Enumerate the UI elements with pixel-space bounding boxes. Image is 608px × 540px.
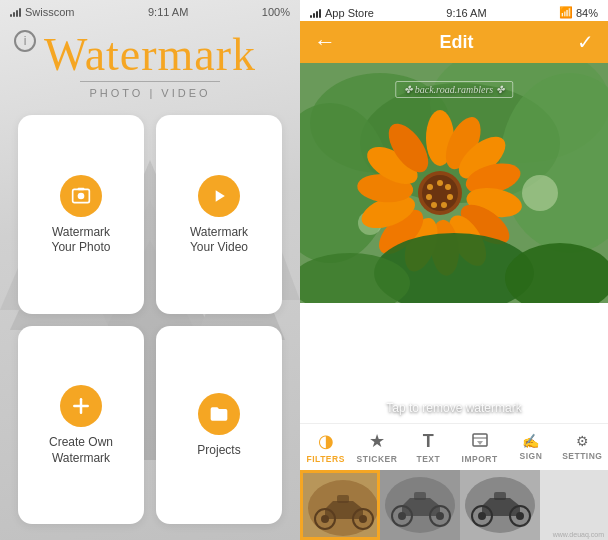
text-tab[interactable]: T TEXT xyxy=(403,424,454,470)
svg-point-24 xyxy=(522,175,558,211)
setting-tab[interactable]: ⚙ SETTING xyxy=(557,424,608,470)
photo-icon xyxy=(60,175,102,217)
confirm-button[interactable]: ✓ xyxy=(577,30,594,54)
watermark-overlay[interactable]: ✤ back.road.ramblers ✤ xyxy=(395,81,513,98)
filters-tab[interactable]: ◑ FILTERS xyxy=(300,424,351,470)
projects-button[interactable]: Projects xyxy=(156,326,282,525)
sign-tab[interactable]: ✍ SIGN xyxy=(505,424,556,470)
left-status-bar: Swisscom 9:11 AM 100% xyxy=(0,0,300,20)
right-status-right: 📶 84% xyxy=(559,6,598,19)
svg-marker-54 xyxy=(477,441,483,445)
filters-label: FILTERS xyxy=(307,454,345,464)
film-item-3[interactable] xyxy=(460,470,540,540)
right-panel: App Store 9:16 AM 📶 84% ← Edit ✓ xyxy=(300,0,608,540)
sign-icon: ✍ xyxy=(522,433,539,449)
text-label: TEXT xyxy=(416,454,440,464)
watermark-deco: ✤ xyxy=(496,84,504,95)
logo-divider xyxy=(80,81,220,82)
right-time: 9:16 AM xyxy=(446,7,486,19)
filmstrip: www.deuaq.com xyxy=(300,470,608,540)
svg-point-46 xyxy=(431,202,437,208)
appstore-label: App Store xyxy=(325,7,374,19)
logo-subtitle: PHOTO | VIDEO xyxy=(89,87,210,99)
projects-label: Projects xyxy=(197,443,240,459)
svg-point-44 xyxy=(447,194,453,200)
film-item-1[interactable] xyxy=(300,470,380,540)
create-watermark-button[interactable]: Create OwnWatermark xyxy=(18,326,144,525)
import-label: IMPORT xyxy=(462,454,498,464)
import-icon xyxy=(472,431,488,452)
sticker-label: STICKER xyxy=(357,454,398,464)
svg-point-13 xyxy=(78,192,85,199)
edit-toolbar: ◑ FILTERS ★ STICKER T TEXT IMPORT ✍ SIGN… xyxy=(300,423,608,470)
right-signal-icon xyxy=(310,8,321,18)
right-status-bar: App Store 9:16 AM 📶 84% xyxy=(300,0,608,21)
svg-rect-62 xyxy=(337,495,349,503)
edit-title: Edit xyxy=(440,32,474,53)
info-button[interactable]: i xyxy=(14,30,36,52)
tap-hint: Tap to remove watermark xyxy=(300,401,608,415)
right-battery: 84% xyxy=(576,7,598,19)
svg-rect-14 xyxy=(78,187,85,190)
watermark-photo-button[interactable]: WatermarkYour Photo xyxy=(18,115,144,314)
flower-photo xyxy=(300,63,608,303)
filters-icon: ◑ xyxy=(318,430,334,452)
svg-rect-70 xyxy=(414,492,426,500)
svg-point-45 xyxy=(441,202,447,208)
film-item-2[interactable] xyxy=(380,470,460,540)
svg-rect-78 xyxy=(494,492,506,500)
sticker-icon: ★ xyxy=(369,430,385,452)
sticker-tab[interactable]: ★ STICKER xyxy=(351,424,402,470)
watermark-video-label: WatermarkYour Video xyxy=(190,225,248,256)
carrier-label: Swisscom xyxy=(25,6,75,18)
video-icon xyxy=(198,175,240,217)
watermark-video-button[interactable]: WatermarkYour Video xyxy=(156,115,282,314)
main-grid: WatermarkYour Photo WatermarkYour Video … xyxy=(0,99,300,540)
import-tab[interactable]: IMPORT xyxy=(454,424,505,470)
left-time: 9:11 AM xyxy=(148,6,188,18)
setting-icon: ⚙ xyxy=(576,433,589,449)
watermark-text-content: ✤ xyxy=(404,84,412,95)
logo-area: Watermark PHOTO | VIDEO xyxy=(44,32,256,99)
setting-label: SETTING xyxy=(562,451,602,461)
right-status-left: App Store xyxy=(310,7,374,19)
svg-point-42 xyxy=(437,180,443,186)
folder-icon xyxy=(198,393,240,435)
watermark-url: back.road.ramblers xyxy=(415,84,494,95)
back-button[interactable]: ← xyxy=(314,29,336,55)
svg-marker-15 xyxy=(216,190,225,202)
svg-point-47 xyxy=(426,194,432,200)
wifi-icon: 📶 xyxy=(559,6,573,19)
sign-label: SIGN xyxy=(520,451,543,461)
left-status-left: Swisscom xyxy=(10,6,75,18)
create-watermark-label: Create OwnWatermark xyxy=(49,435,113,466)
plus-icon xyxy=(60,385,102,427)
left-panel: Swisscom 9:11 AM 100% i Watermark PHOTO … xyxy=(0,0,300,540)
left-status-right: 100% xyxy=(262,6,290,18)
text-icon: T xyxy=(423,431,434,452)
edit-header: ← Edit ✓ xyxy=(300,21,608,63)
credit-label: www.deuaq.com xyxy=(553,531,604,538)
left-battery: 100% xyxy=(262,6,290,18)
svg-point-48 xyxy=(427,184,433,190)
watermark-photo-label: WatermarkYour Photo xyxy=(52,225,111,256)
svg-point-43 xyxy=(445,184,451,190)
app-logo-text: Watermark xyxy=(44,32,256,78)
signal-icon xyxy=(10,7,21,17)
photo-area[interactable]: ✤ back.road.ramblers ✤ Tap to remove wat… xyxy=(300,63,608,423)
